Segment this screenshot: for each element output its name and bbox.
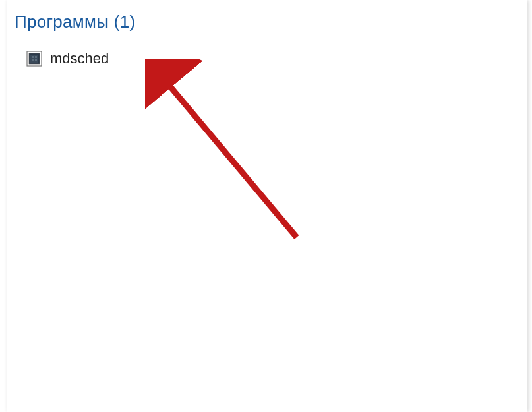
svg-rect-3: [32, 56, 34, 58]
svg-rect-6: [35, 59, 37, 61]
svg-rect-4: [35, 56, 37, 58]
svg-rect-2: [30, 55, 38, 63]
result-item-mdsched[interactable]: mdsched: [7, 47, 527, 70]
search-results-panel: Программы (1) mdsched: [7, 0, 527, 412]
result-item-label: mdsched: [50, 50, 109, 67]
section-header-programs: Программы (1): [11, 12, 517, 38]
memory-diagnostic-icon: [26, 51, 42, 67]
svg-rect-5: [32, 59, 34, 61]
